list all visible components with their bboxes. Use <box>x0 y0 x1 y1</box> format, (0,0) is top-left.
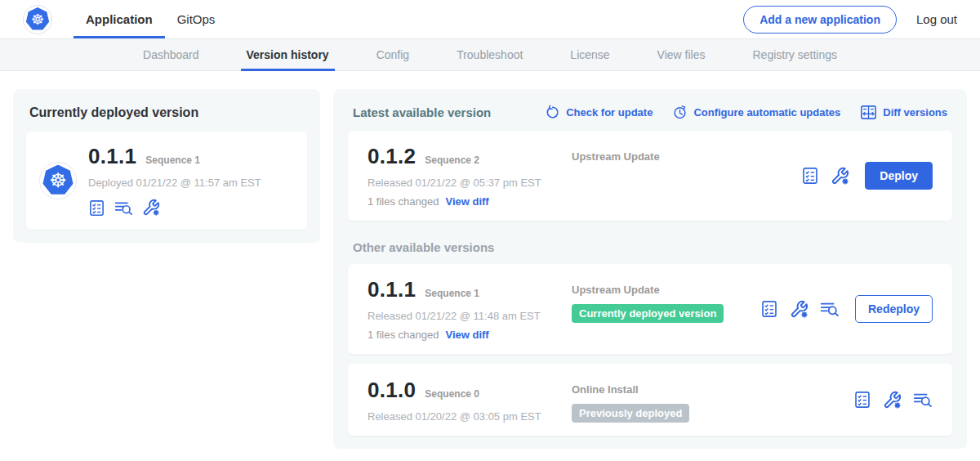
redeploy-button[interactable]: Redeploy <box>855 295 933 323</box>
edit-config-icon[interactable] <box>883 391 902 410</box>
preflight-checks-icon[interactable] <box>801 167 819 185</box>
deployed-version-card: ☸ 0.1.1 Sequence 1 Deployed 01/21/22 @ 1… <box>26 132 307 230</box>
other-versions-title: Other available versions <box>353 240 947 254</box>
subnav-tab-config[interactable]: Config <box>353 39 433 70</box>
version-card-0-1-2: 0.1.2 Sequence 2 Released 01/21/22 @ 05:… <box>348 131 952 221</box>
configure-automatic-updates-link[interactable]: Configure automatic updates <box>672 105 840 120</box>
main-content: Currently deployed version ☸ 0.1.1 Seque… <box>0 71 980 449</box>
kubernetes-logo-icon[interactable]: ☸ <box>23 5 52 34</box>
tab-gitops[interactable]: GitOps <box>165 0 228 38</box>
app-nav: Application GitOps <box>74 0 227 38</box>
version-card-0-1-0: 0.1.0 Sequence 0 Released 01/20/22 @ 03:… <box>348 364 952 436</box>
version-source: Upstream Update <box>572 284 760 296</box>
version-number: 0.1.2 <box>368 144 416 169</box>
released-date: Released 01/20/22 @ 03:05 pm EST <box>368 410 572 423</box>
version-number: 0.1.0 <box>368 378 416 403</box>
edit-config-icon[interactable] <box>142 199 160 217</box>
files-changed-label: 1 files changed <box>368 195 439 208</box>
refresh-icon <box>545 105 560 120</box>
deployed-version-number: 0.1.1 <box>88 144 136 169</box>
diff-icon <box>860 104 877 121</box>
check-for-update-link[interactable]: Check for update <box>545 105 653 120</box>
subnav-tab-view-files[interactable]: View files <box>634 39 729 70</box>
tab-application[interactable]: Application <box>74 0 165 38</box>
subnav-tab-license[interactable]: License <box>546 39 633 70</box>
deployed-date: Deployed 01/21/22 @ 11:57 am EST <box>88 177 261 189</box>
latest-available-title: Latest available version <box>353 105 491 119</box>
add-new-application-button[interactable]: Add a new application <box>743 6 897 34</box>
sequence-label: Sequence 2 <box>425 154 479 166</box>
deployed-sequence-label: Sequence 1 <box>145 154 200 166</box>
logout-link[interactable]: Log out <box>916 12 957 26</box>
sequence-label: Sequence 1 <box>425 288 479 299</box>
released-date: Released 01/21/22 @ 05:37 pm EST <box>368 177 572 189</box>
currently-deployed-panel: Currently deployed version ☸ 0.1.1 Seque… <box>13 89 320 243</box>
currently-deployed-badge: Currently deployed version <box>572 304 724 323</box>
version-source: Upstream Update <box>572 150 801 163</box>
clock-history-icon <box>672 105 688 120</box>
subnav-tab-registry-settings[interactable]: Registry settings <box>729 39 861 70</box>
preflight-checks-icon[interactable] <box>853 391 871 409</box>
tab-application-label: Application <box>86 12 153 26</box>
edit-config-icon[interactable] <box>831 167 849 186</box>
sequence-label: Sequence 0 <box>425 388 479 400</box>
view-logs-icon[interactable] <box>913 391 933 409</box>
subnav-tab-version-history[interactable]: Version history <box>223 39 353 70</box>
edit-config-icon[interactable] <box>790 300 808 319</box>
view-logs-icon[interactable] <box>114 199 133 217</box>
view-diff-link[interactable]: View diff <box>445 195 488 208</box>
view-diff-link[interactable]: View diff <box>445 329 488 341</box>
deploy-button[interactable]: Deploy <box>865 162 933 190</box>
available-versions-panel: Latest available version Check for updat… <box>333 89 967 449</box>
subnav-tab-troubleshoot[interactable]: Troubleshoot <box>433 39 546 70</box>
tab-gitops-label: GitOps <box>177 12 216 26</box>
preflight-checks-icon[interactable] <box>760 300 778 318</box>
top-bar: ☸ Application GitOps Add a new applicati… <box>0 0 980 38</box>
subnav-tab-dashboard[interactable]: Dashboard <box>119 39 223 70</box>
preflight-checks-icon[interactable] <box>88 199 105 217</box>
diff-versions-link[interactable]: Diff versions <box>860 104 947 121</box>
version-source: Online Install <box>572 383 853 396</box>
version-number: 0.1.1 <box>368 277 416 302</box>
app-icon: ☸ <box>39 162 77 199</box>
view-logs-icon[interactable] <box>820 300 840 318</box>
version-card-0-1-1: 0.1.1 Sequence 1 Released 01/21/22 @ 11:… <box>348 264 952 354</box>
section-nav: Dashboard Version history Config Trouble… <box>0 38 980 71</box>
deployed-panel-title: Currently deployed version <box>29 105 304 120</box>
previously-deployed-badge: Previously deployed <box>572 404 689 423</box>
released-date: Released 01/21/22 @ 11:48 am EST <box>368 310 572 322</box>
files-changed-label: 1 files changed <box>368 329 439 341</box>
